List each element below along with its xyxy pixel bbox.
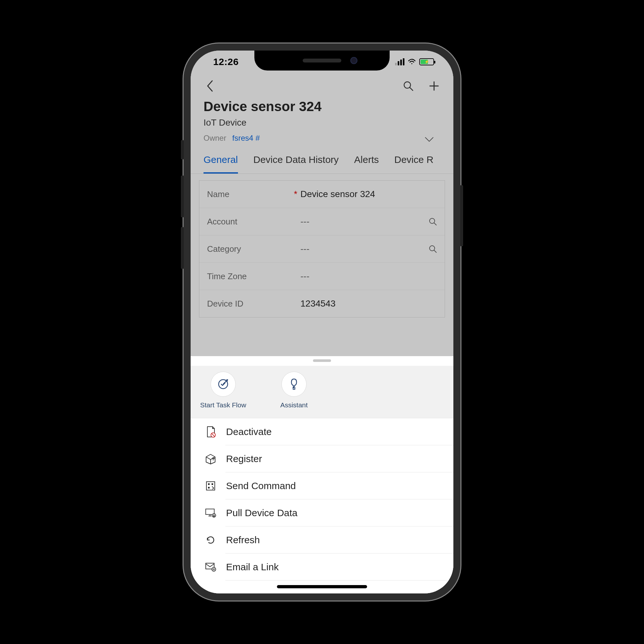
svg-rect-15	[212, 483, 213, 485]
svg-rect-16	[208, 487, 210, 488]
required-indicator: *	[291, 189, 300, 199]
lookup-icon[interactable]	[429, 245, 437, 253]
back-button[interactable]	[204, 80, 216, 92]
refresh-icon	[205, 534, 216, 546]
form-card: Name * Device sensor 324 Account --- Cat…	[199, 180, 445, 317]
nav-bar	[191, 73, 453, 96]
svg-point-22	[212, 567, 216, 571]
screen: 12:26 ⚡	[191, 51, 453, 593]
sheet-grabber[interactable]	[313, 359, 331, 362]
notch	[254, 51, 390, 71]
svg-line-5	[434, 223, 436, 225]
search-icon	[429, 245, 437, 253]
chevron-down-icon	[424, 136, 434, 143]
email-link-icon	[205, 561, 216, 573]
action-email-link[interactable]: Email a Link	[191, 554, 453, 581]
wifi-icon	[408, 59, 416, 65]
register-icon	[205, 453, 216, 465]
tab-bar: General Device Data History Alerts Devic…	[191, 149, 453, 174]
phone-frame: 12:26 ⚡	[184, 43, 460, 601]
svg-line-7	[434, 250, 436, 252]
svg-rect-13	[206, 482, 215, 490]
tab-device-data-history[interactable]: Device Data History	[253, 149, 339, 174]
action-label: Pull Device Data	[226, 507, 298, 518]
plus-icon	[429, 81, 440, 91]
search-icon	[403, 81, 414, 91]
field-value: ---	[300, 216, 429, 227]
action-label: Email a Link	[226, 562, 279, 573]
search-icon	[429, 217, 437, 226]
deactivate-icon	[205, 426, 216, 438]
svg-point-0	[404, 82, 411, 88]
field-label: Account	[207, 217, 291, 227]
cellular-icon	[395, 58, 404, 65]
pull-data-icon	[205, 507, 216, 519]
field-timezone[interactable]: Time Zone ---	[199, 263, 445, 290]
field-label: Time Zone	[207, 271, 291, 281]
action-pull-device-data[interactable]: Pull Device Data	[191, 499, 453, 526]
field-value: ---	[300, 271, 437, 281]
battery-icon: ⚡	[419, 58, 434, 65]
camera	[350, 57, 357, 64]
svg-point-6	[430, 246, 435, 251]
action-refresh[interactable]: Refresh	[191, 526, 453, 554]
quick-action-assistant[interactable]: Assistant	[270, 372, 318, 409]
side-button	[181, 227, 184, 269]
svg-point-4	[430, 218, 435, 223]
action-label: Register	[226, 453, 262, 464]
field-value: Device sensor 324	[300, 189, 437, 199]
status-time: 12:26	[213, 56, 239, 67]
owner-row: Owner fsres4 #	[204, 134, 440, 143]
quick-action-label: Start Task Flow	[200, 401, 246, 409]
page-subtitle: IoT Device	[204, 118, 440, 128]
action-deactivate[interactable]: Deactivate	[191, 418, 453, 445]
action-register[interactable]: Register	[191, 445, 453, 472]
search-button[interactable]	[402, 80, 415, 92]
field-account[interactable]: Account ---	[199, 208, 445, 235]
add-button[interactable]	[428, 80, 440, 92]
action-sheet: Start Task Flow Assistant Deactivate	[191, 356, 453, 593]
side-button	[460, 185, 463, 246]
owner-link[interactable]: fsres4 #	[232, 134, 260, 142]
quick-action-task-flow[interactable]: Start Task Flow	[199, 372, 247, 409]
status-indicators: ⚡	[395, 58, 434, 65]
field-value: ---	[300, 244, 429, 254]
sheet-list: Deactivate Register Send Command	[191, 418, 453, 581]
lookup-icon[interactable]	[429, 217, 437, 226]
field-label: Category	[207, 244, 291, 254]
side-button	[181, 175, 184, 217]
action-send-command[interactable]: Send Command	[191, 472, 453, 499]
send-command-icon	[205, 480, 216, 492]
page-title: Device sensor 324	[204, 99, 440, 114]
speaker	[303, 59, 341, 62]
action-label: Deactivate	[226, 426, 272, 437]
expand-button[interactable]	[424, 136, 434, 143]
task-flow-icon	[211, 372, 236, 397]
side-button	[181, 140, 184, 159]
sheet-quick-actions: Start Task Flow Assistant	[191, 366, 453, 418]
tab-alerts[interactable]: Alerts	[354, 149, 379, 174]
action-label: Send Command	[226, 480, 296, 491]
action-label: Refresh	[226, 535, 260, 545]
field-value: 1234543	[300, 298, 437, 309]
assistant-icon	[281, 372, 307, 397]
owner-label: Owner	[204, 134, 226, 142]
quick-action-label: Assistant	[280, 401, 308, 409]
tab-device-r[interactable]: Device R	[394, 149, 434, 174]
field-name[interactable]: Name * Device sensor 324	[199, 181, 445, 208]
field-label: Device ID	[207, 299, 291, 309]
home-indicator[interactable]	[277, 585, 367, 588]
field-device-id[interactable]: Device ID 1234543	[199, 290, 445, 317]
field-category[interactable]: Category ---	[199, 235, 445, 263]
field-label: Name	[207, 189, 291, 199]
chevron-left-icon	[206, 80, 214, 92]
page-header: Device sensor 324 IoT Device Owner fsres…	[191, 96, 453, 149]
tab-general[interactable]: General	[204, 149, 238, 174]
svg-rect-14	[208, 483, 210, 485]
svg-line-1	[410, 88, 413, 90]
